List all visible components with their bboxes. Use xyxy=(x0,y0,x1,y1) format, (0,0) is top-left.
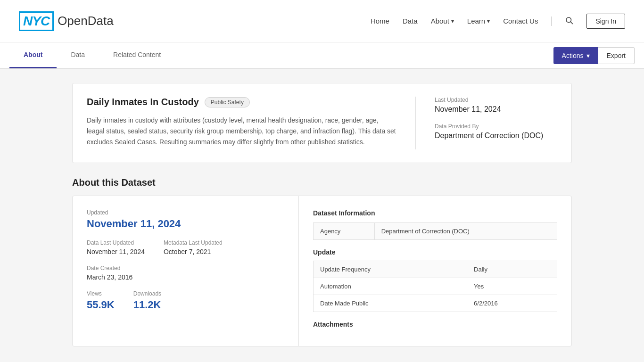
automation-value: Yes xyxy=(467,278,557,295)
public-safety-badge: Public Safety xyxy=(205,97,250,107)
about-right: Dataset Information Agency Department of… xyxy=(299,196,571,346)
search-icon[interactable] xyxy=(565,16,573,26)
metadata-last-updated: Metadata Last Updated October 7, 2021 xyxy=(164,239,223,255)
main-content: Daily Inmates In Custody Public Safety D… xyxy=(63,83,581,346)
agency-label: Agency xyxy=(314,223,375,240)
date-made-public-row: Date Made Public 6/2/2016 xyxy=(314,295,557,312)
about-card: Updated November 11, 2024 Data Last Upda… xyxy=(72,196,572,346)
data-last-updated: Data Last Updated November 11, 2024 xyxy=(87,239,145,255)
svg-line-1 xyxy=(571,22,573,24)
date-created-row: Date Created March 23, 2016 xyxy=(87,265,284,281)
views-stat: Views 55.9K xyxy=(87,290,115,311)
downloads-stat: Downloads 11.2K xyxy=(133,290,161,311)
export-button[interactable]: Export xyxy=(598,47,635,64)
update-info-table: Update Frequency Daily Automation Yes Da… xyxy=(313,261,557,312)
attachments-title: Attachments xyxy=(313,321,557,328)
about-section-title: About this Dataset xyxy=(72,177,572,188)
date-made-public-label: Date Made Public xyxy=(314,295,467,312)
about-left: Updated November 11, 2024 Data Last Upda… xyxy=(73,196,299,346)
actions-button[interactable]: Actions ▾ xyxy=(553,47,598,64)
chevron-down-icon: ▾ xyxy=(586,52,590,59)
nav-divider xyxy=(551,16,552,26)
tabs: About Data Related Content xyxy=(9,42,175,68)
updated-label: Updated xyxy=(87,209,284,216)
views-value: 55.9K xyxy=(87,299,115,311)
tab-related-content[interactable]: Related Content xyxy=(99,42,175,68)
agency-value: Department of Correction (DOC) xyxy=(374,223,557,240)
nav-home[interactable]: Home xyxy=(371,17,389,25)
nyc-logo: NYC xyxy=(19,11,54,31)
dataset-description: Daily inmates in custody with attributes… xyxy=(87,115,396,148)
downloads-value: 11.2K xyxy=(133,299,161,311)
agency-row: Agency Department of Correction (DOC) xyxy=(314,223,557,240)
date-created-value: March 23, 2016 xyxy=(87,273,284,281)
dataset-meta: Last Updated November 11, 2024 Data Prov… xyxy=(416,97,557,149)
downloads-label: Downloads xyxy=(133,290,161,297)
nav-contact-us[interactable]: Contact Us xyxy=(503,17,538,25)
date-made-public-value: 6/2/2016 xyxy=(467,295,557,312)
dataset-card: Daily Inmates In Custody Public Safety D… xyxy=(72,83,572,163)
automation-label: Automation xyxy=(314,278,467,295)
update-frequency-row: Update Frequency Daily xyxy=(314,261,557,278)
nav-learn[interactable]: Learn xyxy=(467,17,490,25)
metadata-last-updated-value: October 7, 2021 xyxy=(164,248,223,255)
provided-by-label: Data Provided By xyxy=(435,123,557,130)
nav-about[interactable]: About xyxy=(431,17,454,25)
dataset-title-area: Daily Inmates In Custody Public Safety xyxy=(87,97,396,107)
dataset-info-title: Dataset Information xyxy=(313,209,557,217)
update-frequency-label: Update Frequency xyxy=(314,261,467,278)
updated-row: Updated November 11, 2024 xyxy=(87,209,284,230)
stats-row: Views 55.9K Downloads 11.2K xyxy=(87,290,284,311)
nav-data[interactable]: Data xyxy=(403,17,418,25)
views-label: Views xyxy=(87,290,115,297)
update-section-title: Update xyxy=(313,248,557,256)
update-frequency-value: Daily xyxy=(467,261,557,278)
data-last-updated-label: Data Last Updated xyxy=(87,239,145,246)
metadata-last-updated-label: Metadata Last Updated xyxy=(164,239,223,246)
dataset-title: Daily Inmates In Custody xyxy=(87,97,199,107)
header: NYC OpenData Home Data About Learn Conta… xyxy=(0,0,644,42)
logo-area: NYC OpenData xyxy=(19,11,114,31)
last-updated-value: November 11, 2024 xyxy=(435,105,557,114)
dataset-info-table: Agency Department of Correction (DOC) xyxy=(313,222,557,240)
updated-value: November 11, 2024 xyxy=(87,218,284,230)
tabs-actions: Actions ▾ Export xyxy=(553,47,644,64)
date-created-label: Date Created xyxy=(87,265,284,272)
tab-data[interactable]: Data xyxy=(57,42,99,68)
data-last-updated-value: November 11, 2024 xyxy=(87,248,145,255)
automation-row: Automation Yes xyxy=(314,278,557,295)
provided-by-value: Department of Correction (DOC) xyxy=(435,132,557,140)
tabs-bar: About Data Related Content Actions ▾ Exp… xyxy=(0,42,644,69)
tab-about[interactable]: About xyxy=(9,42,57,68)
main-nav: Home Data About Learn Contact Us Sign In xyxy=(371,14,625,29)
signin-button[interactable]: Sign In xyxy=(586,14,625,29)
last-updated-label: Last Updated xyxy=(435,97,557,103)
opendata-logo-text: OpenData xyxy=(58,14,114,28)
dates-row: Data Last Updated November 11, 2024 Meta… xyxy=(87,239,284,255)
dataset-main: Daily Inmates In Custody Public Safety D… xyxy=(87,97,416,149)
